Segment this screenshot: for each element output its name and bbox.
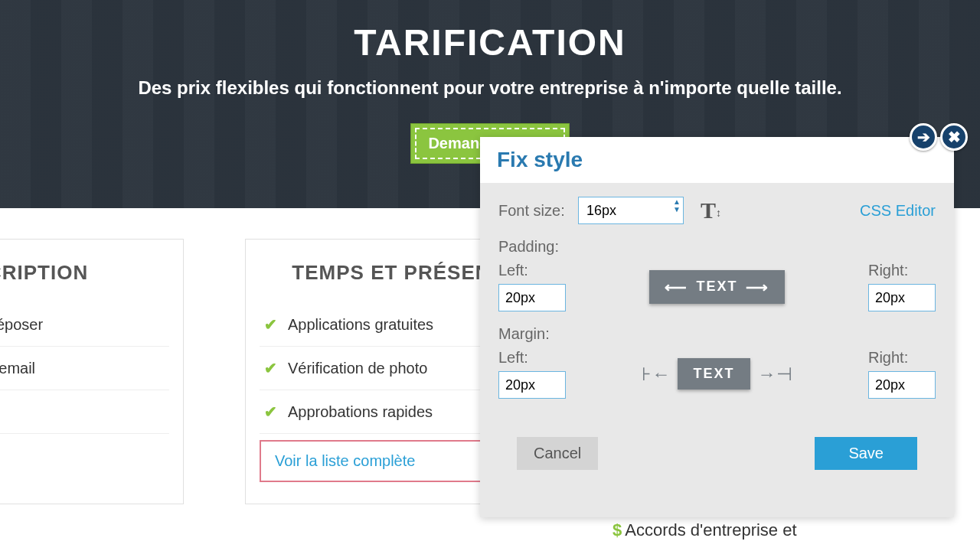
padding-left-input[interactable]: [498, 284, 566, 311]
next-arrow-button[interactable]: ➔: [910, 123, 937, 151]
card-title: NSCRIPTION: [0, 261, 169, 285]
hero-title: TARIFICATION: [0, 21, 980, 64]
font-size-input[interactable]: [578, 197, 684, 224]
check-icon: ✔: [264, 359, 277, 377]
close-button[interactable]: ✖: [940, 123, 968, 151]
padding-preview: ⟵ TEXT ⟶: [649, 270, 784, 304]
font-size-label: Font size:: [498, 202, 566, 220]
arrow-right-icon: ⟶: [746, 278, 769, 296]
feature-item: ✔face glisser-déposer: [0, 303, 169, 347]
hero-subtitle: Des prix flexibles qui fonctionnent pour…: [0, 77, 980, 99]
dollar-icon: $: [612, 520, 622, 540]
stepper-icon[interactable]: ▲▼: [673, 198, 681, 214]
margin-right-label: Right:: [868, 349, 936, 367]
cancel-button[interactable]: Cancel: [517, 437, 598, 470]
padding-right-label: Right:: [868, 262, 936, 279]
css-editor-link[interactable]: CSS Editor: [860, 202, 936, 220]
padding-left-label: Left:: [498, 262, 566, 279]
feature-item: ✔èles faciles: [0, 390, 169, 434]
padding-label: Padding:: [498, 238, 936, 256]
fix-style-panel: ➔ ✖ Fix style Font size: ▲▼ T↕ CSS Edito…: [480, 137, 954, 517]
card-inscription: NSCRIPTION ✔face glisser-déposer ✔ier pa…: [0, 239, 184, 504]
check-icon: ✔: [264, 403, 277, 421]
padding-right-input[interactable]: [868, 284, 936, 311]
save-button[interactable]: Save: [815, 437, 917, 470]
margin-right-input[interactable]: [868, 371, 936, 399]
check-icon: ✔: [264, 315, 277, 334]
panel-title: Fix style: [480, 137, 954, 183]
feature-enterprise: $Accords d'entreprise et: [612, 520, 797, 540]
text-size-icon: T↕: [701, 197, 721, 223]
margin-label: Margin:: [498, 325, 936, 343]
margin-preview: ⊦← TEXT →⊣: [642, 358, 792, 390]
margin-left-label: Left:: [498, 349, 566, 367]
feature-item: ✔ier par SMS / email: [0, 347, 169, 390]
margin-left-input[interactable]: [498, 371, 566, 399]
arrow-left-icon: ⟵: [665, 278, 688, 296]
